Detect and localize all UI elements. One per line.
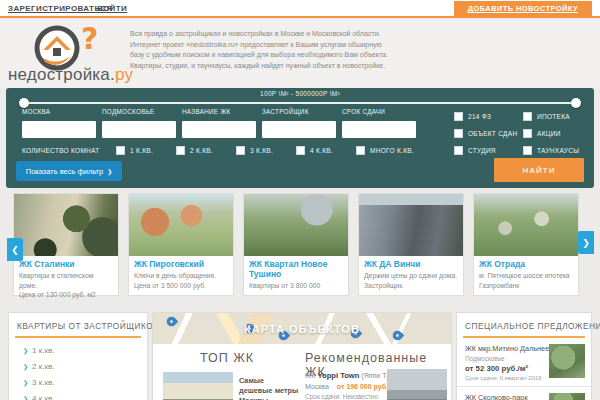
property-title-link[interactable]: ЖК Квартал Новое Тушино bbox=[249, 259, 343, 279]
recommended-photo[interactable] bbox=[387, 369, 447, 400]
chevron-right-icon: ❯ bbox=[23, 363, 28, 370]
site-description: Вся правда о застройщиках и новостройках… bbox=[130, 29, 440, 71]
property-title-link[interactable]: ЖК ДА Винчи bbox=[364, 259, 458, 269]
sidebar-item-1room[interactable]: ❯ 1 к.кв. bbox=[23, 346, 147, 355]
property-photo[interactable] bbox=[474, 194, 578, 256]
field-complex-name: НАЗВАНИЕ ЖК bbox=[182, 108, 256, 138]
sidebar-item-2room[interactable]: ❯ 2 к.кв. bbox=[23, 362, 147, 371]
property-card[interactable]: ЖК Квартал Новое Тушино Квартиры от 3 80… bbox=[243, 193, 349, 296]
checkbox-townhouses[interactable]: ТАУНХАУСЫ bbox=[523, 146, 579, 155]
special-offer-item[interactable]: ЖК мкр.Митино Дальнее Подмосковье от 52 … bbox=[457, 338, 591, 387]
checkbox-1room[interactable]: 1 К.КВ. bbox=[116, 146, 153, 155]
top-bar: ЗАРЕГИСТРИРОВАТЬСЯ ВОЙТИ ДОБАВИТЬ НОВОСТ… bbox=[0, 0, 600, 18]
property-card[interactable]: ЖК ДА Винчи Держим цены до сдачи дома. З… bbox=[358, 193, 464, 296]
checkbox-214fz[interactable]: 214 ФЗ bbox=[454, 112, 491, 121]
logo-text: недостройка.ру bbox=[8, 65, 133, 85]
question-mark-icon: ? bbox=[81, 21, 98, 56]
property-photo[interactable] bbox=[359, 194, 463, 256]
property-title-link[interactable]: ЖК Пироговский bbox=[134, 259, 228, 269]
carousel-next-button[interactable]: ❯ bbox=[578, 231, 594, 254]
property-card[interactable]: ЖК Отрада м. Пятницкое шоссе ипотека Газ… bbox=[473, 193, 579, 296]
checkbox-promotions[interactable]: АКЦИИ bbox=[523, 129, 561, 138]
region-input[interactable] bbox=[102, 121, 176, 138]
checkbox-3room[interactable]: 3 К.КВ. bbox=[236, 146, 273, 155]
sidebar-item-4room[interactable]: ❯ 4 к.кв. bbox=[23, 394, 147, 400]
property-photo[interactable] bbox=[129, 194, 233, 256]
center-panel: КАРТА ОБЪЕКТОВ ТОП ЖК Самые дешевые метр… bbox=[152, 312, 452, 400]
property-title-link[interactable]: ЖК Отрада bbox=[479, 259, 573, 269]
field-deadline: СРОК СДАЧИ bbox=[342, 108, 416, 138]
sidebar-item-3room[interactable]: ❯ 3 к.кв. bbox=[23, 378, 147, 387]
special-offer-photo bbox=[549, 344, 585, 378]
special-offer-item[interactable]: ЖК Сколково-парк bbox=[457, 387, 591, 400]
find-button[interactable]: НАЙТИ bbox=[494, 158, 584, 182]
panel-title: СПЕЦИАЛЬНОЕ ПРЕДЛОЖЕНИЕ bbox=[457, 313, 591, 336]
special-offer-photo bbox=[549, 393, 585, 400]
checkbox-studio[interactable]: СТУДИЯ bbox=[454, 146, 496, 155]
checkbox-box[interactable] bbox=[523, 146, 532, 155]
chevron-right-icon: ❯ bbox=[23, 347, 28, 354]
checkbox-completed[interactable]: ОБЪЕКТ СДАН bbox=[454, 129, 517, 138]
search-filter-panel: 100Р \М² - 5000000Р \М² МОСКВА ПОДМОСКОВ… bbox=[6, 88, 594, 188]
recommended-city: Москва bbox=[305, 383, 329, 390]
field-moscow: МОСКВА bbox=[22, 108, 96, 138]
complex-name-input[interactable] bbox=[182, 121, 256, 138]
checkbox-box[interactable] bbox=[356, 146, 365, 155]
login-link[interactable]: ВОЙТИ bbox=[97, 4, 127, 13]
price-range-slider[interactable] bbox=[22, 102, 578, 104]
top-zhk-heading: ТОП ЖК bbox=[153, 351, 301, 365]
moscow-input[interactable] bbox=[22, 121, 96, 138]
checkbox-box[interactable] bbox=[454, 146, 463, 155]
special-offer-panel: СПЕЦИАЛЬНОЕ ПРЕДЛОЖЕНИЕ ЖК мкр.Митино Да… bbox=[456, 312, 592, 400]
slider-handle-max[interactable] bbox=[571, 98, 581, 108]
checkbox-box[interactable] bbox=[523, 112, 532, 121]
property-photo[interactable] bbox=[244, 194, 348, 256]
show-full-filter-button[interactable]: Показать весь фильтр ❯ bbox=[16, 161, 122, 181]
property-card[interactable]: ЖК Сталинки Квартиры в сталинском доме. … bbox=[13, 193, 119, 296]
checkbox-box[interactable] bbox=[454, 112, 463, 121]
deadline-input[interactable] bbox=[342, 121, 416, 138]
site-logo[interactable]: ? недостройка.ру bbox=[8, 23, 128, 85]
map-title: КАРТА ОБЪЕКТОВ bbox=[153, 313, 451, 344]
chevron-right-icon: ❯ bbox=[23, 379, 28, 386]
field-region: ПОДМОСКОВЬЕ bbox=[102, 108, 176, 138]
add-building-button[interactable]: ДОБАВИТЬ НОВОСТРОЙКУ bbox=[454, 1, 592, 16]
checkbox-box[interactable] bbox=[236, 146, 245, 155]
checkbox-multiroom[interactable]: МНОГО К.КВ. bbox=[356, 146, 414, 155]
checkbox-box[interactable] bbox=[454, 129, 463, 138]
recommended-name-link[interactable]: Yoppi Town bbox=[318, 371, 360, 380]
property-photo[interactable] bbox=[14, 194, 118, 256]
site-header: ? недостройка.ру Вся правда о застройщик… bbox=[0, 20, 600, 88]
top-zhk-item-text[interactable]: Самые дешевые метры Москвы bbox=[239, 376, 299, 400]
chevron-right-icon: ❯ bbox=[23, 395, 28, 400]
developer-apartments-panel: КВАРТИРЫ ОТ ЗАСТРОЙЩИКОВ ❯ 1 к.кв. ❯ 2 к… bbox=[8, 312, 148, 400]
rooms-count-label: КОЛИЧЕСТВО КОМНАТ bbox=[22, 147, 100, 154]
checkbox-box[interactable] bbox=[116, 146, 125, 155]
checkbox-4room[interactable]: 4 К.КВ. bbox=[296, 146, 333, 155]
chevron-right-icon: ❯ bbox=[107, 168, 112, 175]
checkbox-mortgage[interactable]: ИПОТЕКА bbox=[523, 112, 570, 121]
panel-title: КВАРТИРЫ ОТ ЗАСТРОЙЩИКОВ bbox=[9, 313, 147, 336]
price-range-label: 100Р \М² - 5000000Р \М² bbox=[6, 90, 594, 97]
field-developer: ЗАСТРОЙЩИК bbox=[262, 108, 336, 138]
objects-map-banner[interactable]: КАРТА ОБЪЕКТОВ bbox=[153, 313, 451, 344]
checkbox-2room[interactable]: 2 К.КВ. bbox=[176, 146, 213, 155]
carousel-prev-button[interactable]: ❮ bbox=[7, 238, 23, 261]
top-zhk-photo[interactable] bbox=[163, 372, 233, 400]
checkbox-box[interactable] bbox=[296, 146, 305, 155]
developer-input[interactable] bbox=[262, 121, 336, 138]
checkbox-box[interactable] bbox=[523, 129, 532, 138]
property-card[interactable]: ЖК Пироговский Ключи в день обращения. Ц… bbox=[128, 193, 234, 296]
slider-handle-min[interactable] bbox=[19, 98, 29, 108]
property-title-link[interactable]: ЖК Сталинки bbox=[19, 259, 113, 269]
checkbox-box[interactable] bbox=[176, 146, 185, 155]
